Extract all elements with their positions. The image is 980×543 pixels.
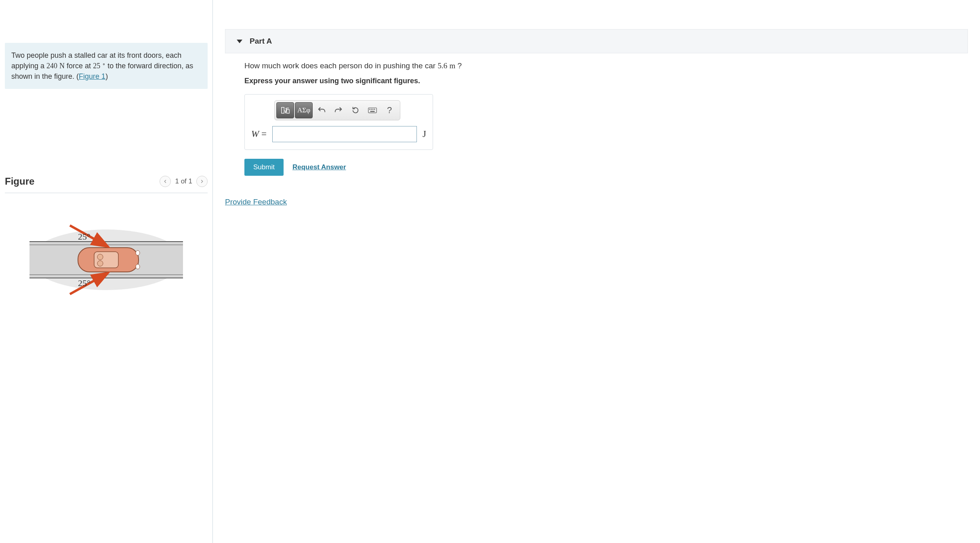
question-after: ? (455, 61, 462, 70)
redo-icon (334, 106, 343, 115)
figure-title: Figure (5, 176, 34, 187)
part-header[interactable]: Part A (225, 29, 968, 53)
svg-point-9 (97, 261, 103, 266)
help-button[interactable]: ? (381, 102, 397, 118)
figure-link[interactable]: Figure 1 (79, 72, 105, 80)
equation-toolbar: x ΑΣφ (274, 100, 400, 120)
template-icon: x (281, 106, 290, 115)
problem-text: ) (105, 72, 108, 80)
svg-rect-19 (371, 109, 372, 109)
undo-icon (317, 106, 326, 115)
angle-bottom-label: 25° (78, 278, 90, 288)
chevron-right-icon (199, 177, 205, 186)
force-value: 240 (46, 62, 57, 70)
caret-down-icon (237, 40, 242, 43)
figure-prev-button[interactable] (160, 176, 171, 187)
keyboard-icon (368, 106, 377, 115)
part-content: How much work does each person do in pus… (225, 53, 601, 176)
svg-rect-14 (282, 107, 284, 114)
svg-rect-17 (368, 108, 376, 113)
figure-next-button[interactable] (196, 176, 208, 187)
reset-icon (351, 106, 360, 115)
keyboard-button[interactable] (364, 102, 381, 118)
request-answer-link[interactable]: Request Answer (292, 163, 346, 171)
reset-button[interactable] (347, 102, 364, 118)
svg-rect-21 (374, 109, 375, 109)
variable-label: W = (251, 129, 267, 139)
svg-point-11 (136, 264, 140, 269)
chevron-left-icon (162, 177, 168, 186)
part-label: Part A (250, 37, 272, 46)
left-pane: Two people push a stalled car at its fro… (0, 0, 213, 543)
figure-nav: 1 of 1 (160, 176, 208, 187)
unit-label: J (423, 129, 426, 139)
distance-value: 5.6 (437, 61, 447, 70)
svg-rect-18 (369, 109, 370, 109)
answer-box: x ΑΣφ (244, 94, 433, 150)
svg-rect-16 (287, 109, 289, 113)
feedback-section: Provide Feedback (225, 198, 968, 206)
templates-button[interactable]: x (276, 102, 294, 118)
answer-input[interactable] (272, 126, 417, 142)
right-pane: Part A How much work does each person do… (213, 0, 980, 543)
greek-button[interactable]: ΑΣφ (295, 102, 313, 118)
force-unit: N (59, 62, 65, 70)
figure-header: Figure 1 of 1 (5, 176, 208, 193)
question-before: How much work does each person do in pus… (244, 61, 437, 70)
svg-rect-7 (94, 252, 118, 268)
distance-unit: m (449, 61, 455, 70)
problem-text: force at (65, 62, 93, 70)
figure-diagram: 25° 25° (5, 217, 208, 302)
figure-page: 1 of 1 (175, 177, 192, 185)
degree-symbol: ∘ (102, 61, 105, 67)
provide-feedback-link[interactable]: Provide Feedback (225, 198, 287, 206)
svg-rect-22 (370, 111, 375, 112)
redo-button[interactable] (330, 102, 347, 118)
angle-value: 25 (93, 62, 100, 70)
svg-rect-20 (372, 109, 373, 109)
problem-statement: Two people push a stalled car at its fro… (5, 43, 208, 89)
svg-point-8 (97, 254, 103, 260)
angle-top-label: 25° (78, 232, 90, 242)
svg-point-10 (136, 250, 140, 255)
figure-section: Figure 1 of 1 (5, 176, 208, 302)
answer-row: W = J (251, 126, 426, 142)
undo-button[interactable] (313, 102, 330, 118)
answer-instruction: Express your answer using two significan… (244, 77, 601, 85)
action-row: Submit Request Answer (244, 159, 601, 176)
question-text: How much work does each person do in pus… (244, 61, 601, 70)
submit-button[interactable]: Submit (244, 159, 284, 176)
